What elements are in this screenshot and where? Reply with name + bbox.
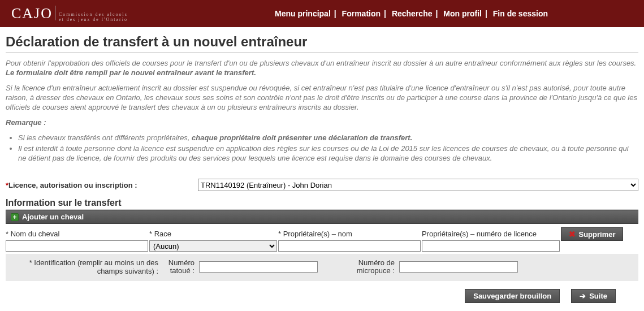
tattoo-label: Numéro tatoué : (163, 259, 195, 275)
owner-licence-input[interactable] (422, 240, 560, 252)
col-owner-licence-label: Propriétaire(s) – numéro de licence (422, 227, 560, 240)
nav-search[interactable]: Recherche (392, 9, 433, 18)
plus-icon: + (11, 213, 19, 221)
intro-text: Pour obtenir l'approbation des officiels… (6, 58, 638, 163)
horse-row: * Nom du cheval * Race (Aucun) * Proprié… (6, 227, 638, 281)
nav-main[interactable]: Menu principal (275, 9, 331, 18)
horse-name-input[interactable] (6, 240, 148, 252)
identification-label: * Identification (remplir au moins un de… (9, 258, 158, 275)
owner-name-input[interactable] (278, 240, 421, 252)
col-horse-name-label: * Nom du cheval (6, 227, 148, 240)
tattoo-input[interactable] (199, 261, 318, 273)
transfer-info-heading: Information sur le transfert (6, 198, 638, 208)
next-button[interactable]: ➔ Suite (571, 289, 616, 303)
delete-icon: ✖ (568, 230, 576, 238)
top-bar: CAJOCommission des alcoolset des jeux de… (0, 0, 644, 27)
nav-training[interactable]: Formation (342, 9, 381, 18)
breed-select[interactable]: (Aucun) (149, 240, 277, 252)
logo-text: CAJO (11, 5, 53, 21)
arrow-right-icon: ➔ (580, 292, 586, 300)
logo-subtitle: Commission des alcoolset des jeux de l'O… (59, 12, 128, 22)
microchip-input[interactable] (399, 261, 518, 273)
logo: CAJOCommission des alcoolset des jeux de… (11, 5, 128, 22)
col-breed-label: * Race (149, 227, 277, 240)
delete-button[interactable]: ✖ Supprimer (561, 227, 623, 241)
save-draft-button[interactable]: Sauvegarder brouillon (465, 289, 560, 303)
licence-select[interactable]: TRN1140192 (Entraîneur) - John Dorian (198, 179, 638, 191)
col-owner-name-label: * Propriétaire(s) – nom (278, 227, 421, 240)
microchip-label: Numéro de micropuce : (349, 259, 395, 275)
nav-logout[interactable]: Fin de session (493, 9, 548, 18)
main-nav: Menu principal| Formation| Recherche| Mo… (275, 9, 548, 18)
page-title: Déclaration de transfert à un nouvel ent… (6, 34, 638, 50)
licence-label: *Licence, autorisation ou inscription : (6, 181, 198, 189)
add-horse-button[interactable]: + Ajouter un cheval (6, 210, 638, 224)
nav-profile[interactable]: Mon profil (443, 9, 482, 18)
